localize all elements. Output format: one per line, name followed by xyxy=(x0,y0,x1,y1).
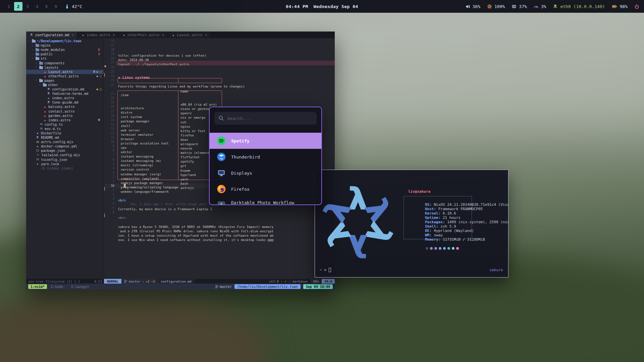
expander-icon[interactable]: ▸ xyxy=(32,53,34,56)
tree-item[interactable]: docker-compose.yml xyxy=(26,144,104,148)
expander-icon[interactable]: ▾ xyxy=(36,79,38,82)
battery-module[interactable]: 98% xyxy=(612,4,628,9)
branch-name: master xyxy=(129,280,140,283)
tree-item[interactable]: configuration.md ● □ xyxy=(26,87,104,92)
fetch-field-label: WM xyxy=(425,233,429,237)
tree-item[interactable]: ▾ pages xyxy=(26,78,104,83)
tree-item[interactable]: tone-guide.md xyxy=(26,100,104,105)
tree-item[interactable]: astro.config.mjs xyxy=(26,140,104,144)
launcher-item[interactable]: Thunderbird xyxy=(210,149,321,165)
expander-icon[interactable]: ▾ xyxy=(39,83,42,86)
tree-item[interactable]: ▸ node_modules E xyxy=(26,48,104,52)
tab-close-icon[interactable]: × xyxy=(72,33,74,37)
tab-close-icon[interactable]: × xyxy=(162,33,164,37)
tree-item[interactable]: README.md xyxy=(26,135,104,140)
app-icon xyxy=(217,169,226,177)
search-input[interactable] xyxy=(214,112,317,125)
expander-icon[interactable]: ▸ xyxy=(32,49,34,51)
tmux-windows: 1:nvim* 2:node- 3:lazygit xyxy=(28,284,92,289)
workspace-button[interactable]: 1 xyxy=(5,2,13,11)
line-number: 25 xyxy=(107,70,114,73)
cpu-module[interactable]: 3% xyxy=(534,4,546,9)
launcher-searchbox[interactable] xyxy=(214,112,317,125)
tree-item[interactable]: ▸ components xyxy=(26,61,104,65)
line-number: 31 xyxy=(107,44,114,47)
tree-item[interactable]: (6 hidden items) xyxy=(26,166,104,171)
file-name: garden.astro xyxy=(48,114,72,118)
clock: 04:44 PM Wednesday Sep 04 xyxy=(286,4,358,9)
tmux-window[interactable]: 1:nvim* xyxy=(28,284,47,289)
nixos-logo: λ λ λ λ λ λ xyxy=(318,176,398,268)
workspace-button[interactable]: 8 xyxy=(42,2,51,11)
tree-item[interactable]: otherPost.astro ● □ xyxy=(26,74,104,78)
line-text: ion. I have a setup consisting of Hyprla… xyxy=(118,234,273,237)
tree-item[interactable]: ▸ nginx xyxy=(26,43,104,48)
buffer-tab[interactable]: configuration.md × xyxy=(26,32,77,38)
tree-item[interactable]: config.ts xyxy=(26,122,104,127)
brightness-module[interactable]: 100% xyxy=(487,4,505,9)
tree-item[interactable]: yarn.lock xyxy=(26,162,104,166)
file-name: node_modules xyxy=(41,48,65,52)
expander-icon[interactable]: ▾ xyxy=(36,66,38,69)
diagnostic-marker: E xyxy=(98,48,100,52)
temperature-module[interactable]: 42°C xyxy=(65,4,82,9)
tree-item[interactable]: ▾ src xyxy=(26,56,104,61)
tab-close-icon[interactable]: × xyxy=(205,33,207,37)
tree-item[interactable]: tsconfig.json xyxy=(26,158,104,162)
tree-item[interactable]: env.d.ts xyxy=(26,127,104,131)
memory-module[interactable]: 37% xyxy=(512,4,527,9)
workspace-button[interactable]: 9 xyxy=(52,2,60,11)
mode-indicator: NORMAL xyxy=(104,279,121,284)
buffer-line: 32 title: configuration for devices i us… xyxy=(104,39,335,43)
terminal-color-palette xyxy=(426,247,459,250)
tree-item[interactable]: ▸ public ? xyxy=(26,52,104,56)
tree-item[interactable]: tailwind.config.mjs xyxy=(26,153,104,157)
expander-icon[interactable]: ▸ xyxy=(32,44,34,47)
expander-icon[interactable]: ▸ xyxy=(36,62,38,64)
tree-item[interactable]: ▾ ~/Development/liv.town xyxy=(26,39,104,43)
shell-prompt[interactable]: ~ > xyxy=(320,268,331,272)
tab-close-icon[interactable]: × xyxy=(113,33,115,37)
tree-item[interactable]: balcony.astro xyxy=(26,105,104,109)
network-module[interactable]: eth0 (10.0.0.140) xyxy=(553,4,605,9)
git-status-marker: ● □ xyxy=(97,70,101,73)
tmux-window[interactable]: 2:node- xyxy=(48,284,67,289)
tree-item[interactable]: Dockerfile xyxy=(26,131,104,135)
tree-item[interactable]: Layout.astro H ● □ xyxy=(26,70,104,74)
filetype-icon xyxy=(81,33,85,37)
expander-icon[interactable]: ▾ xyxy=(28,40,31,43)
neo-tree-panel[interactable]: ▾ ~/Development/liv.town ▸ nginx ▸ node_… xyxy=(26,38,104,279)
tree-item[interactable]: ▾ other xyxy=(26,83,104,87)
buffer-tab[interactable]: index.astro × xyxy=(77,32,118,38)
workspace-button[interactable]: 2 xyxy=(14,2,22,11)
app-launcher[interactable]: Spotify Thunderbird xyxy=(209,107,322,205)
spotify-icon xyxy=(217,136,226,145)
launcher-item[interactable]: Displays xyxy=(210,165,321,181)
tree-item[interactable]: package.json xyxy=(26,148,104,153)
buffer-line: 23 name item xyxy=(104,78,335,83)
tree-item[interactable]: index.astro xyxy=(26,96,104,100)
filetype-icon xyxy=(30,33,34,37)
tree-item[interactable]: garden.astro xyxy=(26,114,104,118)
launcher-item[interactable]: Firefox xyxy=(210,181,321,197)
terminal-window[interactable]: λ λ λ λ λ λ liv@sakura OS: NixOS 24.11.2… xyxy=(315,170,508,278)
workspace-button[interactable]: 4 xyxy=(33,2,41,11)
line-number: 6 xyxy=(107,210,114,214)
volume-module[interactable]: 36% xyxy=(465,4,480,9)
line-number: 22 xyxy=(107,83,114,86)
tree-item[interactable]: ▾ layouts xyxy=(26,65,104,70)
tree-item[interactable]: index.astro H xyxy=(26,118,104,122)
expander-icon[interactable]: ▾ xyxy=(32,57,34,60)
buffer-line xyxy=(104,87,335,92)
buffer-tab[interactable]: otherPost.astro × xyxy=(118,32,168,38)
launcher-item[interactable]: Spotify xyxy=(210,133,321,149)
launcher-item[interactable]: Darktable Photo Workflow Software xyxy=(210,197,321,205)
buffer-tab[interactable]: Layout.astro × xyxy=(168,32,211,38)
tmux-git-branch: master xyxy=(215,285,232,289)
power-button[interactable] xyxy=(634,4,639,9)
tree-item[interactable]: fediverse-terms.md xyxy=(26,92,104,96)
tree-item[interactable]: contact.astro xyxy=(26,109,104,114)
tmux-window[interactable]: 3:lazygit xyxy=(68,284,91,289)
file-name: package.json xyxy=(41,149,65,153)
workspace-button[interactable]: 3 xyxy=(23,2,32,11)
